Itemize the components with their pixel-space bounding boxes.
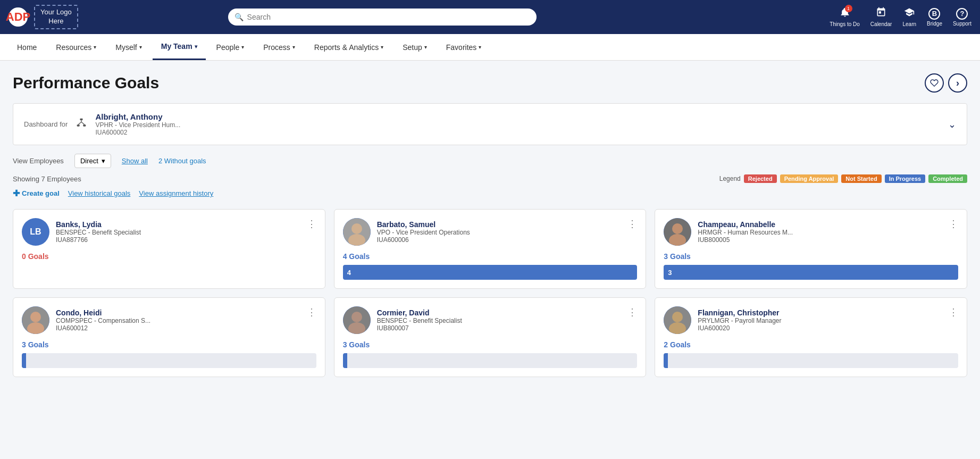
bridge-icon: B: [928, 8, 940, 20]
legend-rejected: Rejected: [744, 174, 777, 183]
nav-process[interactable]: Process ▾: [255, 34, 304, 60]
setup-caret: ▾: [424, 44, 427, 50]
dashboard-dropdown[interactable]: ⌄: [948, 119, 956, 130]
avatar: [22, 306, 49, 334]
nav-setup[interactable]: Setup ▾: [394, 34, 435, 60]
card-employee-info: Cormier, David BENSPEC - Benefit Special…: [343, 306, 462, 334]
create-goal-label: Create goal: [22, 189, 60, 197]
card-role: BENSPEC - Benefit Specialist: [56, 229, 141, 236]
nav-my-team[interactable]: My Team ▾: [153, 34, 206, 60]
card-menu-icon[interactable]: ⋮: [627, 306, 637, 318]
card-text-info: Condo, Heidi COMPSPEC - Compensation S..…: [56, 308, 150, 332]
card-menu-icon[interactable]: ⋮: [307, 218, 316, 230]
my-team-caret: ▾: [195, 44, 197, 49]
learn-icon: [904, 7, 915, 20]
nav-resources[interactable]: Resources ▾: [47, 34, 105, 60]
card-menu-icon[interactable]: ⋮: [627, 218, 637, 230]
dashboard-employee-role: VPHR - Vice President Hum...: [95, 121, 940, 129]
view-assignment-link[interactable]: View assignment history: [139, 189, 213, 197]
card-role: VPO - Vice President Operations: [377, 229, 470, 236]
employee-card: Condo, Heidi COMPSPEC - Compensation S..…: [13, 297, 325, 377]
card-text-info: Barbato, Samuel VPO - Vice President Ope…: [377, 220, 470, 244]
more-options-button[interactable]: ›: [948, 73, 967, 93]
progress-bar-container: [664, 353, 958, 368]
nav-favorites[interactable]: Favorites ▾: [438, 34, 490, 60]
card-header: Champeau, Annabelle HRMGR - Human Resour…: [664, 218, 958, 246]
card-employee-info: Champeau, Annabelle HRMGR - Human Resour…: [664, 218, 793, 246]
view-historical-link[interactable]: View historical goals: [68, 189, 131, 197]
without-goals-count[interactable]: 2: [158, 157, 162, 165]
avatar: [343, 306, 371, 334]
card-header: Cormier, David BENSPEC - Benefit Special…: [343, 306, 638, 334]
nav-bar: Home Resources ▾ Myself ▾ My Team ▾ Peop…: [0, 34, 980, 61]
card-emp-id: IUA600006: [377, 236, 470, 244]
goals-count: 4 Goals: [343, 252, 638, 261]
card-role: HRMGR - Human Resources M...: [698, 229, 793, 236]
show-all-link[interactable]: Show all: [122, 157, 148, 165]
card-emp-id: IUA600020: [698, 324, 781, 332]
goals-count: 2 Goals: [664, 340, 958, 349]
employee-card: Barbato, Samuel VPO - Vice President Ope…: [334, 209, 647, 289]
card-menu-icon[interactable]: ⋮: [949, 218, 958, 230]
card-menu-icon[interactable]: ⋮: [949, 306, 958, 318]
progress-bar-container: 3: [664, 265, 958, 280]
avatar: [343, 218, 371, 246]
search-container: 🔍: [228, 9, 537, 26]
card-text-info: Banks, Lydia BENSPEC - Benefit Specialis…: [56, 220, 141, 244]
goals-count: 3 Goals: [664, 252, 958, 261]
svg-rect-2: [83, 124, 86, 126]
dashboard-employee-name: Albright, Anthony: [95, 112, 940, 121]
bell-icon: 1: [840, 7, 850, 20]
card-role: BENSPEC - Benefit Specialist: [377, 317, 462, 324]
svg-rect-1: [77, 124, 80, 126]
showing-row: Showing 7 Employees Legend Rejected Pend…: [13, 174, 967, 183]
card-name: Champeau, Annabelle: [698, 220, 793, 229]
goals-count: 0 Goals: [22, 252, 316, 261]
legend-label: Legend: [719, 175, 741, 182]
create-goal-plus-icon: ✚: [13, 188, 20, 198]
bridge-label: Bridge: [927, 21, 942, 27]
legend-row: Legend Rejected Pending Approval Not Sta…: [719, 174, 967, 183]
learn-nav[interactable]: Learn: [902, 7, 916, 27]
support-nav[interactable]: ? Support: [953, 8, 971, 27]
bridge-nav[interactable]: B Bridge: [927, 8, 942, 27]
things-to-do-nav[interactable]: 1 Things to Do: [830, 7, 860, 27]
search-icon: 🔍: [234, 13, 244, 21]
without-goals-label: Without goals: [164, 157, 206, 165]
legend-pending: Pending Approval: [780, 174, 839, 183]
progress-bar-container: [343, 353, 638, 368]
employee-card: Cormier, David BENSPEC - Benefit Special…: [334, 297, 647, 377]
goals-count: 3 Goals: [343, 340, 638, 349]
progress-bar: [22, 353, 26, 368]
top-nav-icons: 1 Things to Do Calendar Learn B Bridge ?…: [830, 7, 971, 27]
svg-line-5: [81, 122, 85, 124]
favorite-button[interactable]: [925, 73, 944, 93]
process-caret: ▾: [292, 44, 295, 50]
nav-home[interactable]: Home: [9, 34, 45, 60]
card-emp-id: IUA600012: [56, 324, 150, 332]
create-goal-link[interactable]: ✚ Create goal: [13, 188, 60, 198]
nav-people[interactable]: People ▾: [208, 34, 253, 60]
nav-reports[interactable]: Reports & Analytics ▾: [306, 34, 392, 60]
progress-bar: 4: [343, 265, 638, 280]
direct-dropdown[interactable]: Direct ▾: [74, 154, 111, 168]
top-bar: ADP Your Logo Here 🔍 1 Things to Do Cale…: [0, 0, 980, 34]
learn-label: Learn: [902, 21, 916, 27]
action-links: ✚ Create goal View historical goals View…: [13, 188, 967, 198]
resources-caret: ▾: [94, 44, 96, 50]
showing-text: Showing 7 Employees: [13, 175, 81, 183]
page-title: Performance Goals: [13, 74, 159, 92]
main-content: Performance Goals › Dashboard for Albrig…: [0, 61, 980, 459]
direct-caret: ▾: [102, 157, 105, 165]
employee-cards-grid: LB Banks, Lydia BENSPEC - Benefit Specia…: [13, 209, 967, 377]
search-input[interactable]: [228, 9, 537, 26]
card-name: Condo, Heidi: [56, 308, 150, 317]
card-header: Condo, Heidi COMPSPEC - Compensation S..…: [22, 306, 316, 334]
svg-rect-0: [80, 119, 83, 120]
card-text-info: Champeau, Annabelle HRMGR - Human Resour…: [698, 220, 793, 244]
calendar-nav[interactable]: Calendar: [870, 7, 892, 27]
card-name: Banks, Lydia: [56, 220, 141, 229]
card-menu-icon[interactable]: ⋮: [307, 306, 316, 318]
nav-myself[interactable]: Myself ▾: [107, 34, 150, 60]
direct-label: Direct: [80, 157, 98, 165]
